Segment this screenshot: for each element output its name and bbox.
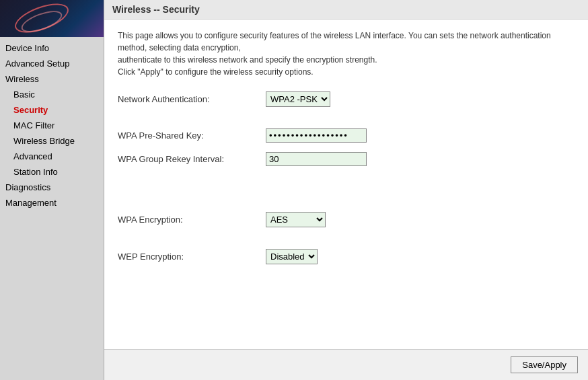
- sidebar-item-basic[interactable]: Basic: [0, 87, 104, 102]
- main-content: This page allows you to configure securi…: [104, 20, 588, 349]
- wpa-encryption-label: WPA Encryption:: [118, 215, 266, 225]
- wpa-psk-row: WPA Pre-Shared Key:: [118, 128, 575, 143]
- network-auth-select[interactable]: WPA2 -PSK Open Shared 802.1X WPA WPA-PSK…: [266, 91, 330, 107]
- sidebar-item-management[interactable]: Management: [0, 195, 104, 211]
- sidebar-item-station-info[interactable]: Station Info: [0, 164, 104, 180]
- wpa-encryption-row: WPA Encryption: AES TKIP TKIP+AES: [118, 212, 575, 227]
- spacer4: [118, 200, 575, 212]
- desc-line2: authenticate to this wireless network an…: [118, 55, 377, 65]
- wep-encryption-label: WEP Encryption:: [118, 252, 266, 262]
- sidebar-nav: Device Info Advanced Setup Wireless Basi…: [0, 37, 104, 380]
- network-auth-label: Network Authentication:: [118, 94, 266, 104]
- spacer2: [118, 176, 575, 188]
- wpa-rekey-input[interactable]: [266, 152, 367, 166]
- sidebar-item-wireless-bridge[interactable]: Wireless Bridge: [0, 133, 104, 149]
- sidebar: Device Info Advanced Setup Wireless Basi…: [0, 0, 104, 380]
- sidebar-item-mac-filter[interactable]: MAC Filter: [0, 118, 104, 133]
- spacer5: [118, 237, 575, 249]
- wpa-rekey-label: WPA Group Rekey Interval:: [118, 154, 266, 164]
- spacer3: [118, 188, 575, 200]
- wpa-psk-label: WPA Pre-Shared Key:: [118, 130, 266, 141]
- desc-line3: Click "Apply" to configure the wireless …: [118, 67, 314, 77]
- sidebar-item-advanced[interactable]: Advanced: [0, 149, 104, 164]
- wpa-psk-input[interactable]: [266, 128, 367, 143]
- sidebar-item-diagnostics[interactable]: Diagnostics: [0, 180, 104, 195]
- spacer1: [118, 116, 575, 128]
- network-auth-row: Network Authentication: WPA2 -PSK Open S…: [118, 91, 575, 107]
- save-apply-button[interactable]: Save/Apply: [511, 356, 578, 373]
- sidebar-item-wireless[interactable]: Wireless: [0, 71, 104, 87]
- page-description: This page allows you to configure securi…: [118, 30, 575, 78]
- sidebar-item-security[interactable]: Security: [0, 102, 104, 118]
- footer-bar: Save/Apply: [104, 349, 588, 380]
- sidebar-item-device-info[interactable]: Device Info: [0, 40, 104, 56]
- page-title: Wireless -- Security: [104, 0, 588, 20]
- main-panel: Wireless -- Security This page allows yo…: [104, 0, 588, 380]
- wep-encryption-select[interactable]: Disabled 64-bit 128-bit: [266, 249, 318, 264]
- wpa-encryption-select[interactable]: AES TKIP TKIP+AES: [266, 212, 326, 227]
- wep-encryption-row: WEP Encryption: Disabled 64-bit 128-bit: [118, 249, 575, 264]
- sidebar-item-advanced-setup[interactable]: Advanced Setup: [0, 56, 104, 71]
- sidebar-logo: [0, 0, 104, 37]
- desc-line1: This page allows you to configure securi…: [118, 31, 551, 52]
- wpa-rekey-row: WPA Group Rekey Interval:: [118, 152, 575, 166]
